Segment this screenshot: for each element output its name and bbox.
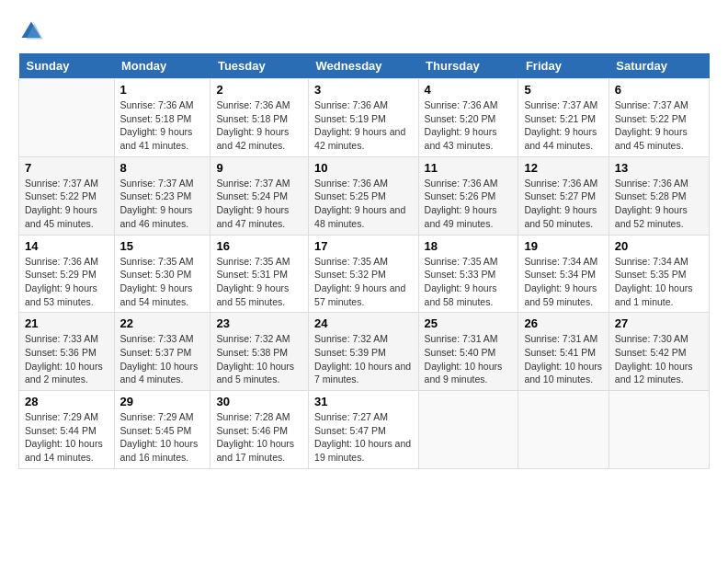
day-number: 25 (425, 316, 513, 330)
day-number: 24 (314, 316, 413, 330)
day-info: Sunrise: 7:34 AM Sunset: 5:34 PM Dayligh… (524, 255, 602, 309)
day-info: Sunrise: 7:35 AM Sunset: 5:32 PM Dayligh… (314, 255, 413, 309)
day-info: Sunrise: 7:27 AM Sunset: 5:47 PM Dayligh… (314, 410, 413, 465)
day-number: 12 (524, 161, 602, 175)
day-info: Sunrise: 7:36 AM Sunset: 5:18 PM Dayligh… (216, 98, 302, 153)
day-info: Sunrise: 7:36 AM Sunset: 5:18 PM Dayligh… (120, 98, 205, 153)
day-number: 20 (615, 239, 703, 253)
day-number: 31 (314, 395, 413, 408)
table-row: 26 Sunrise: 7:31 AM Sunset: 5:41 PM Dayl… (518, 313, 609, 391)
table-row: 6 Sunrise: 7:37 AM Sunset: 5:22 PM Dayli… (609, 79, 709, 157)
day-number: 28 (25, 395, 108, 408)
table-row: 25 Sunrise: 7:31 AM Sunset: 5:40 PM Dayl… (418, 313, 518, 391)
day-info: Sunrise: 7:37 AM Sunset: 5:23 PM Dayligh… (120, 177, 205, 231)
day-number: 18 (425, 239, 513, 253)
table-row: 28 Sunrise: 7:29 AM Sunset: 5:44 PM Dayl… (19, 391, 115, 469)
day-info: Sunrise: 7:36 AM Sunset: 5:19 PM Dayligh… (314, 98, 413, 153)
col-header-wednesday: Wednesday (309, 53, 419, 79)
col-header-friday: Friday (518, 53, 609, 79)
day-number: 14 (25, 239, 108, 253)
day-info: Sunrise: 7:36 AM Sunset: 5:27 PM Dayligh… (524, 177, 602, 231)
day-number: 6 (615, 83, 703, 97)
col-header-saturday: Saturday (609, 53, 709, 79)
table-row (418, 391, 518, 469)
day-info: Sunrise: 7:36 AM Sunset: 5:20 PM Dayligh… (425, 98, 513, 153)
day-number: 10 (314, 161, 413, 175)
day-info: Sunrise: 7:36 AM Sunset: 5:28 PM Dayligh… (615, 177, 703, 231)
day-number: 15 (120, 239, 205, 253)
day-number: 7 (25, 161, 108, 175)
table-row: 3 Sunrise: 7:36 AM Sunset: 5:19 PM Dayli… (309, 79, 419, 157)
col-header-tuesday: Tuesday (210, 53, 309, 79)
table-row: 24 Sunrise: 7:32 AM Sunset: 5:39 PM Dayl… (309, 313, 419, 391)
table-row: 16 Sunrise: 7:35 AM Sunset: 5:31 PM Dayl… (210, 235, 309, 313)
day-number: 26 (524, 316, 602, 330)
calendar-table: SundayMondayTuesdayWednesdayThursdayFrid… (18, 53, 710, 469)
day-info: Sunrise: 7:35 AM Sunset: 5:30 PM Dayligh… (120, 255, 205, 309)
table-row: 22 Sunrise: 7:33 AM Sunset: 5:37 PM Dayl… (114, 313, 210, 391)
table-row: 1 Sunrise: 7:36 AM Sunset: 5:18 PM Dayli… (114, 79, 210, 157)
table-row: 31 Sunrise: 7:27 AM Sunset: 5:47 PM Dayl… (309, 391, 419, 469)
col-header-thursday: Thursday (418, 53, 518, 79)
day-info: Sunrise: 7:32 AM Sunset: 5:39 PM Dayligh… (314, 332, 413, 386)
table-row: 19 Sunrise: 7:34 AM Sunset: 5:34 PM Dayl… (518, 235, 609, 313)
logo (18, 18, 48, 44)
day-number: 8 (120, 161, 205, 175)
table-row: 18 Sunrise: 7:35 AM Sunset: 5:33 PM Dayl… (418, 235, 518, 313)
day-info: Sunrise: 7:37 AM Sunset: 5:24 PM Dayligh… (216, 177, 302, 231)
day-info: Sunrise: 7:28 AM Sunset: 5:46 PM Dayligh… (216, 410, 302, 465)
day-info: Sunrise: 7:36 AM Sunset: 5:26 PM Dayligh… (425, 177, 513, 231)
day-number: 3 (314, 83, 413, 97)
table-row: 14 Sunrise: 7:36 AM Sunset: 5:29 PM Dayl… (19, 235, 115, 313)
day-info: Sunrise: 7:29 AM Sunset: 5:44 PM Dayligh… (25, 410, 108, 465)
table-row: 15 Sunrise: 7:35 AM Sunset: 5:30 PM Dayl… (114, 235, 210, 313)
table-row (609, 391, 709, 469)
day-number: 30 (216, 395, 302, 408)
day-number: 5 (524, 83, 602, 97)
day-info: Sunrise: 7:34 AM Sunset: 5:35 PM Dayligh… (615, 255, 703, 309)
table-row: 29 Sunrise: 7:29 AM Sunset: 5:45 PM Dayl… (114, 391, 210, 469)
day-number: 11 (425, 161, 513, 175)
day-info: Sunrise: 7:36 AM Sunset: 5:29 PM Dayligh… (25, 255, 108, 309)
day-number: 13 (615, 161, 703, 175)
day-number: 9 (216, 161, 302, 175)
day-info: Sunrise: 7:37 AM Sunset: 5:22 PM Dayligh… (615, 98, 703, 153)
day-info: Sunrise: 7:33 AM Sunset: 5:37 PM Dayligh… (120, 332, 205, 386)
col-header-monday: Monday (114, 53, 210, 79)
generalblue-icon (18, 18, 44, 44)
table-row: 27 Sunrise: 7:30 AM Sunset: 5:42 PM Dayl… (609, 313, 709, 391)
day-number: 17 (314, 239, 413, 253)
day-number: 22 (120, 316, 205, 330)
day-number: 21 (25, 316, 108, 330)
day-number: 27 (615, 316, 703, 330)
table-row: 12 Sunrise: 7:36 AM Sunset: 5:27 PM Dayl… (518, 156, 609, 235)
day-info: Sunrise: 7:32 AM Sunset: 5:38 PM Dayligh… (216, 332, 302, 386)
day-info: Sunrise: 7:35 AM Sunset: 5:33 PM Dayligh… (425, 255, 513, 309)
day-info: Sunrise: 7:37 AM Sunset: 5:22 PM Dayligh… (25, 177, 108, 231)
day-info: Sunrise: 7:29 AM Sunset: 5:45 PM Dayligh… (120, 410, 205, 465)
table-row: 7 Sunrise: 7:37 AM Sunset: 5:22 PM Dayli… (19, 156, 115, 235)
day-number: 2 (216, 83, 302, 97)
table-row: 11 Sunrise: 7:36 AM Sunset: 5:26 PM Dayl… (418, 156, 518, 235)
table-row: 20 Sunrise: 7:34 AM Sunset: 5:35 PM Dayl… (609, 235, 709, 313)
table-row: 5 Sunrise: 7:37 AM Sunset: 5:21 PM Dayli… (518, 79, 609, 157)
table-row (19, 79, 115, 157)
table-row: 4 Sunrise: 7:36 AM Sunset: 5:20 PM Dayli… (418, 79, 518, 157)
day-info: Sunrise: 7:31 AM Sunset: 5:41 PM Dayligh… (524, 332, 602, 386)
table-row: 2 Sunrise: 7:36 AM Sunset: 5:18 PM Dayli… (210, 79, 309, 157)
table-row: 8 Sunrise: 7:37 AM Sunset: 5:23 PM Dayli… (114, 156, 210, 235)
day-number: 16 (216, 239, 302, 253)
table-row (518, 391, 609, 469)
day-number: 23 (216, 316, 302, 330)
day-info: Sunrise: 7:36 AM Sunset: 5:25 PM Dayligh… (314, 177, 413, 231)
day-info: Sunrise: 7:33 AM Sunset: 5:36 PM Dayligh… (25, 332, 108, 386)
col-header-sunday: Sunday (19, 53, 115, 79)
day-info: Sunrise: 7:31 AM Sunset: 5:40 PM Dayligh… (425, 332, 513, 386)
table-row: 13 Sunrise: 7:36 AM Sunset: 5:28 PM Dayl… (609, 156, 709, 235)
day-number: 1 (120, 83, 205, 97)
day-number: 4 (425, 83, 513, 97)
day-info: Sunrise: 7:37 AM Sunset: 5:21 PM Dayligh… (524, 98, 602, 153)
day-info: Sunrise: 7:35 AM Sunset: 5:31 PM Dayligh… (216, 255, 302, 309)
day-info: Sunrise: 7:30 AM Sunset: 5:42 PM Dayligh… (615, 332, 703, 386)
table-row: 23 Sunrise: 7:32 AM Sunset: 5:38 PM Dayl… (210, 313, 309, 391)
